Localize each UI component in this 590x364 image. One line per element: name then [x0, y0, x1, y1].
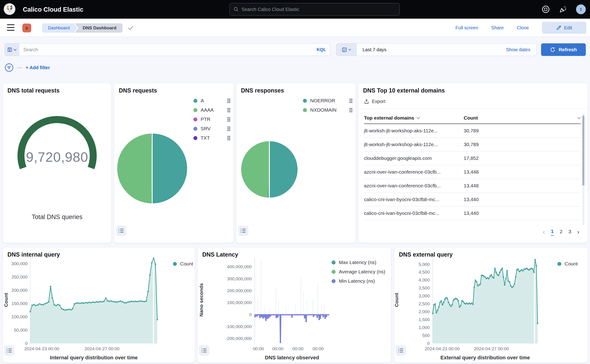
y-axis-tick: -100,000,000 — [212, 324, 252, 329]
next-page-button[interactable]: › — [577, 228, 579, 236]
legend-label: Max Latency (ns) — [339, 260, 376, 265]
help-icon[interactable] — [542, 5, 550, 13]
fullscreen-button[interactable]: Full screen — [455, 25, 478, 31]
scrollbar-thumb[interactable] — [582, 116, 584, 186]
legend-item[interactable]: PTR — [193, 117, 230, 122]
legend-label: A — [201, 98, 204, 104]
legend-actions-icon[interactable] — [227, 127, 230, 131]
legend-actions-icon[interactable] — [227, 136, 230, 140]
table-row[interactable]: jlt-worksh-jlt-workshop-aks-112e...30,78… — [364, 124, 581, 138]
kql-search-input[interactable] — [23, 47, 317, 52]
y-axis-tick: 150,000 — [0, 301, 27, 306]
legend-toggle-button[interactable] — [116, 226, 126, 236]
y-axis-tick: 250,000 — [0, 274, 27, 280]
page-number-button[interactable]: 2 — [560, 229, 563, 235]
legend-item[interactable]: Average Latency (ns) — [331, 269, 385, 274]
chevron-down-icon — [417, 117, 420, 119]
global-search-input[interactable] — [242, 7, 396, 12]
panel-title: DNS internal query — [7, 251, 60, 258]
external-chart-plot[interactable] — [433, 257, 538, 344]
legend-toggle-button[interactable] — [4, 345, 14, 356]
kql-search-bar[interactable]: KQL — [19, 43, 331, 56]
legend-actions-icon[interactable] — [350, 98, 352, 103]
count-cell: 17,852 — [458, 156, 479, 161]
legend-dot-icon — [193, 99, 197, 103]
legend-item[interactable]: SRV — [193, 126, 230, 131]
export-button[interactable]: Export — [364, 99, 385, 104]
gauge-value: 9,720,980 — [3, 149, 111, 165]
legend-actions-icon[interactable] — [350, 108, 352, 112]
y-axis-tick: 0 — [0, 341, 27, 346]
legend-item[interactable]: AAAA — [193, 107, 230, 113]
table-row[interactable]: calico-cni-ivan-byocni-03cfb8-mc...13,44… — [364, 193, 581, 207]
time-range-value[interactable]: Last 7 days — [357, 47, 506, 52]
refresh-button[interactable]: Refresh — [541, 43, 586, 56]
table-row[interactable]: clouddebugger.googleapis.com17,852 — [364, 151, 581, 165]
table-row[interactable]: azcni-over-ivan-conference-03cfb...13,44… — [364, 165, 581, 179]
global-search[interactable] — [229, 3, 400, 16]
count-cell: 30,789 — [458, 142, 479, 147]
prev-page-button[interactable]: ‹ — [543, 228, 545, 236]
legend-dot-icon — [193, 136, 197, 140]
clone-button[interactable]: Clone — [517, 25, 529, 31]
table-scrollbar[interactable] — [582, 113, 584, 225]
legend-item[interactable]: A — [193, 98, 230, 104]
table-row[interactable]: jlt-worksh-jlt-workshop-aks-112e...30,78… — [364, 138, 581, 151]
y-axis-tick: 4,500 — [390, 270, 430, 275]
breadcrumb-dashboard[interactable]: Dashboard — [42, 23, 78, 33]
count-cell: 13,440 — [458, 210, 479, 216]
filter-divider — [17, 67, 22, 68]
y-axis-label: Count — [3, 281, 9, 318]
add-filter-button[interactable]: + Add filter — [26, 65, 50, 70]
domain-cell: azcni-over-ivan-conference-03cfb... — [364, 183, 458, 188]
filter-icon[interactable] — [5, 63, 13, 72]
count-cell: 13,448 — [458, 183, 479, 188]
domain-cell: jlt-worksh-jlt-workshop-aks-112e... — [364, 128, 458, 134]
filter-bar: + Add filter — [0, 61, 590, 74]
page-number-button[interactable]: 1 — [551, 229, 554, 236]
domain-cell: clouddebugger.googleapis.com — [364, 156, 458, 161]
page-number-button[interactable]: 3 — [569, 229, 571, 235]
table-row[interactable]: calico-cni-ivan-byocni-03cfb8-mc...13,44… — [364, 207, 581, 220]
legend-item[interactable]: TXT — [193, 135, 230, 141]
share-button[interactable]: Share — [491, 25, 504, 31]
legend-actions-icon[interactable] — [227, 117, 230, 122]
edit-button[interactable]: Edit — [542, 22, 586, 34]
legend-item[interactable]: Count — [173, 261, 193, 266]
legend-item[interactable]: Max Latency (ns) — [331, 260, 376, 265]
list-icon — [201, 348, 207, 353]
table-row[interactable]: azcni-over-ivan-conference-03cfb...13,44… — [364, 179, 581, 193]
legend-item[interactable]: Count — [557, 261, 578, 266]
legend-toggle-button[interactable] — [199, 345, 209, 356]
panel-dns-responses: DNS responses NOERRORNXDOMAIN — [236, 84, 356, 243]
calendar-icon — [342, 47, 347, 52]
breadcrumb-current[interactable]: DNS Dashboard — [75, 23, 123, 33]
calendar-menu-button[interactable] — [337, 44, 357, 56]
legend-toggle-button[interactable] — [238, 226, 248, 236]
menu-icon[interactable] — [7, 24, 14, 31]
gauge-caption: Total DNS queries — [3, 214, 111, 221]
panel-dns-internal-query: DNS internal query Count300,000250,00020… — [3, 247, 195, 363]
column-header-count[interactable]: Count — [458, 115, 581, 121]
space-badge[interactable]: c — [22, 24, 31, 32]
show-dates-button[interactable]: Show dates — [506, 47, 536, 52]
latency-chart-plot[interactable] — [255, 257, 329, 344]
kql-language-button[interactable]: KQL — [317, 47, 326, 52]
top-navigation-bar: Calico Cloud Elastic t — [0, 0, 590, 19]
saved-query-menu-button[interactable] — [5, 43, 19, 56]
list-icon — [6, 348, 12, 353]
legend-actions-icon[interactable] — [227, 98, 230, 103]
check-icon[interactable] — [128, 25, 134, 31]
legend-item[interactable]: NOERROR — [303, 98, 352, 104]
calico-logo[interactable] — [4, 3, 15, 15]
gauge-arc — [11, 109, 104, 179]
user-avatar[interactable]: t — [576, 4, 586, 14]
internal-chart-plot[interactable] — [30, 257, 157, 344]
legend-toggle-button[interactable] — [396, 345, 406, 356]
news-popper-icon[interactable] — [559, 5, 567, 13]
legend-item[interactable]: NXDOMAIN — [303, 107, 352, 113]
legend-actions-icon[interactable] — [227, 108, 230, 112]
legend-item[interactable]: Min Latency (ns) — [331, 278, 375, 284]
column-header-domains[interactable]: Top external domains — [364, 115, 458, 121]
legend-label: AAAA — [201, 107, 214, 113]
